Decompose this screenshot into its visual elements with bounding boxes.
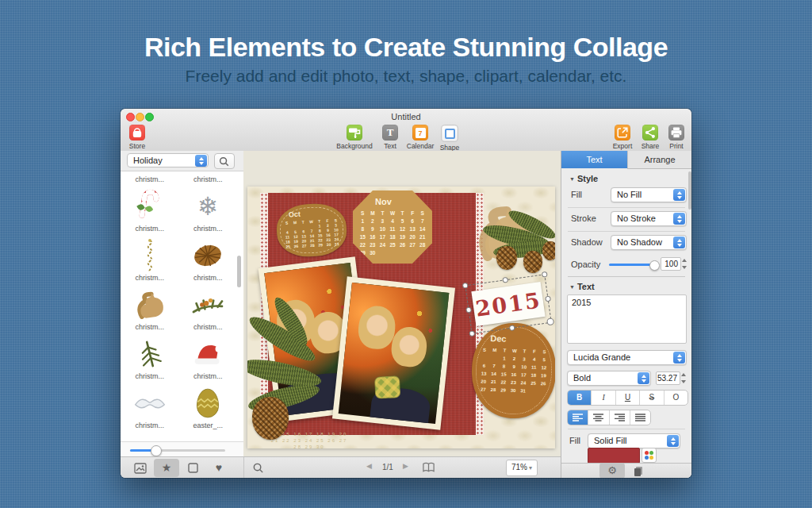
clipart-label: christm... (179, 175, 238, 183)
clipart-item[interactable]: christm... (121, 188, 179, 237)
italic-button[interactable]: I (591, 391, 615, 405)
opacity-value-field[interactable]: 100 (661, 257, 681, 271)
style-section-header[interactable]: ▼Style (569, 174, 598, 183)
outline-button[interactable]: O (664, 391, 688, 405)
color-dot-blue (645, 456, 649, 460)
sidebar-scrollbar[interactable] (237, 256, 241, 287)
clipart-item[interactable]: christm... (179, 237, 238, 287)
clipart-label: christm... (179, 323, 238, 331)
ribbon-bow-clipart[interactable] (320, 338, 453, 448)
color-dot-red (645, 451, 649, 455)
photos-tab-button[interactable] (128, 459, 153, 477)
collage-page[interactable]: OctSMTWTFS123456789101112131415161718192… (247, 187, 555, 448)
export-icon (615, 125, 630, 140)
clipart-label: christm... (121, 175, 179, 183)
clipart-item[interactable]: christm... (121, 237, 179, 287)
align-justify-button[interactable] (630, 410, 650, 425)
calendar-tool-button[interactable]: 7 Calendar (404, 125, 436, 150)
canvas-area: OctSMTWTFS123456789101112131415161718192… (243, 151, 561, 456)
clipart-label: christm... (179, 372, 238, 380)
store-button[interactable]: Store (121, 125, 153, 150)
hero-title: Rich Elements to Create Stunning Collage (0, 32, 812, 63)
font-family-dropdown[interactable]: Lucida Grande (567, 350, 687, 365)
stroke-dropdown[interactable]: No Stroke (611, 211, 687, 226)
align-right-button[interactable] (609, 410, 630, 425)
dropdown-stepper-icon (673, 352, 685, 364)
stroke-label: Stroke (571, 214, 596, 223)
pine-branch-icon (121, 336, 179, 372)
fill-label: Fill (571, 190, 582, 199)
next-page-button[interactable]: ▶ (403, 462, 408, 470)
pages-button[interactable] (633, 466, 644, 478)
frame-icon (188, 463, 198, 473)
export-button[interactable]: Export (607, 125, 638, 150)
align-center-button[interactable] (588, 410, 608, 425)
dropdown-stepper-icon (667, 435, 679, 447)
santa-hat-icon (179, 336, 238, 372)
panel-scrollbar[interactable] (688, 171, 691, 210)
photo-icon (134, 463, 147, 474)
thumbnail-size-row (121, 441, 243, 457)
tab-text[interactable]: Text (561, 151, 627, 168)
underline-button[interactable]: U (615, 391, 639, 405)
print-button[interactable]: Print (661, 125, 691, 150)
selected-text-object[interactable]: 2015 (465, 274, 552, 334)
clipart-item[interactable]: christm... (179, 336, 238, 385)
search-icon (218, 156, 230, 167)
clipart-label: christm... (121, 274, 179, 282)
text-fill-label: Fill (569, 436, 580, 445)
shadow-dropdown[interactable]: No Shadow (611, 235, 687, 250)
color-dot-green (649, 451, 653, 455)
magnifier-icon (252, 462, 264, 474)
shape-tool-button[interactable]: Shape (434, 125, 465, 152)
clipart-item[interactable]: christm... (179, 287, 238, 336)
clipart-item[interactable]: easter_... (179, 385, 238, 434)
dropdown-stepper-icon (673, 189, 685, 201)
calendar-nov[interactable]: NovSMTWTFS123456789101112131415161718192… (353, 190, 432, 264)
settings-tab-button[interactable]: ⚙ (599, 463, 625, 478)
opacity-stepper-icon[interactable] (681, 257, 688, 271)
text-content-field[interactable]: 2015 (567, 294, 687, 344)
clipart-tab-button[interactable]: ★ (154, 459, 179, 477)
category-dropdown[interactable]: Holiday (127, 153, 209, 167)
search-button[interactable] (214, 153, 235, 169)
clipart-label: christm... (121, 323, 179, 331)
text-fill-dropdown[interactable]: Solid Fill (588, 433, 680, 448)
clipart-label: easter_... (179, 421, 238, 429)
fill-dropdown[interactable]: No Fill (611, 187, 687, 202)
background-tool-button[interactable]: Background (332, 125, 377, 150)
clipart-item[interactable]: ❄ christm... (179, 188, 238, 237)
clipart-label: christm... (121, 372, 179, 380)
zoom-level-dropdown[interactable]: 71%▾ (506, 460, 538, 476)
bold-button[interactable]: B (568, 391, 591, 405)
font-size-stepper-icon[interactable] (680, 371, 688, 385)
clipart-item[interactable]: christm... (121, 385, 179, 434)
spiral-garland-icon (121, 237, 179, 274)
text-style-segmented: B I U S O (567, 390, 688, 406)
page-layout-button[interactable] (422, 462, 435, 476)
text-tool-button[interactable]: T Text (374, 125, 406, 150)
color-picker-button[interactable] (642, 448, 657, 463)
strikethrough-button[interactable]: S (639, 391, 663, 405)
zoom-tool-button[interactable] (252, 462, 264, 477)
align-left-button[interactable] (568, 410, 588, 425)
frames-tab-button[interactable] (180, 459, 205, 477)
selection-handle[interactable] (546, 318, 554, 325)
fill-color-swatch[interactable] (588, 448, 640, 464)
store-bag-icon (129, 125, 145, 140)
selection-outline (465, 274, 552, 334)
font-size-field[interactable]: 53.27 (656, 371, 680, 385)
selection-handle[interactable] (545, 296, 551, 302)
font-weight-dropdown[interactable]: Bold (567, 371, 651, 386)
prev-page-button[interactable]: ◀ (366, 462, 372, 470)
clipart-item[interactable]: christm... (121, 336, 179, 385)
calendar-dec[interactable]: DecSMTWTFS123456789101112131415161718192… (470, 321, 555, 420)
clipart-item[interactable]: christm... (121, 287, 179, 336)
opacity-slider-knob[interactable] (649, 260, 660, 271)
slider-knob[interactable] (151, 445, 162, 456)
dropdown-stepper-icon (673, 213, 685, 225)
favorites-tab-button[interactable]: ♥ (206, 459, 232, 477)
tab-arrange[interactable]: Arrange (627, 151, 691, 169)
text-section-header[interactable]: ▼Text (569, 282, 595, 291)
opacity-slider[interactable] (609, 264, 655, 266)
